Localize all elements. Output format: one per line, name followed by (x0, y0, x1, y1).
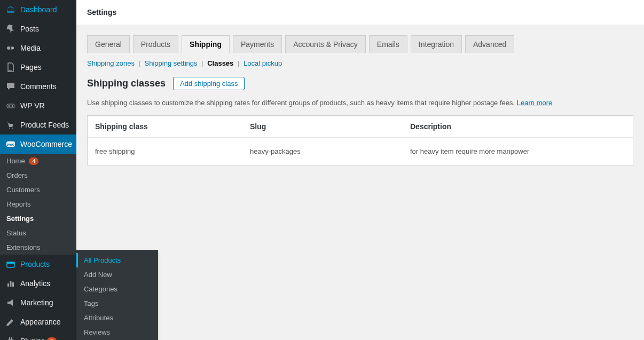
sidebar-label: Posts (20, 25, 39, 33)
tab-payments[interactable]: Payments (233, 35, 282, 53)
sidebar-item-product-feeds[interactable]: Product Feeds (0, 115, 76, 135)
home-badge: 4 (29, 157, 38, 165)
woo-icon: woo (5, 139, 16, 149)
sidebar-label: Appearance (20, 318, 61, 326)
appearance-icon (5, 317, 16, 327)
analytics-icon (5, 278, 16, 289)
header-description: Description (410, 122, 625, 131)
submenu-orders[interactable]: Orders (0, 168, 76, 183)
table-header: Shipping class Slug Description (88, 116, 633, 138)
tab-emails[interactable]: Emails (369, 35, 407, 53)
header-slug: Slug (250, 122, 410, 131)
sidebar-label: Pages (20, 63, 42, 72)
svg-point-5 (12, 128, 13, 129)
page-title: Settings (87, 8, 633, 17)
flyout-add-new[interactable]: Add New (76, 267, 158, 282)
vr-icon (5, 100, 16, 111)
products-icon (5, 259, 16, 270)
sidebar-item-media[interactable]: Media (0, 38, 76, 58)
svg-point-0 (7, 46, 10, 50)
flyout-attributes[interactable]: Attributes (76, 311, 158, 325)
section-header: Shipping classes Add shipping class (87, 77, 633, 90)
submenu-customers[interactable]: Customers (0, 183, 76, 197)
svg-point-3 (12, 105, 13, 107)
cell-description: for heavy item require more manpower (410, 147, 625, 155)
sidebar-label: Marketing (20, 298, 53, 307)
tab-accounts-privacy[interactable]: Accounts & Privacy (285, 35, 366, 53)
section-description: Use shipping classes to customize the sh… (87, 99, 633, 107)
svg-rect-11 (10, 281, 12, 287)
settings-tabs: General Products Shipping Payments Accou… (87, 35, 633, 53)
tab-shipping[interactable]: Shipping (182, 35, 230, 53)
sidebar-label: WP VR (20, 101, 45, 110)
section-title: Shipping classes (87, 78, 166, 89)
flyout-all-products[interactable]: All Products (76, 253, 158, 267)
header-shipping-class: Shipping class (95, 122, 250, 131)
main-content: Settings General Products Shipping Payme… (76, 0, 644, 340)
svg-rect-9 (7, 262, 14, 264)
add-shipping-class-button[interactable]: Add shipping class (173, 77, 245, 90)
cell-slug: heavy-packages (250, 147, 410, 155)
tab-integration[interactable]: Integration (411, 35, 462, 53)
shipping-subtabs: Shipping zones | Shipping settings | Cla… (87, 59, 633, 67)
flyout-categories[interactable]: Categories (76, 282, 158, 296)
pin-icon (5, 23, 16, 34)
sidebar-label: Comments (20, 82, 57, 91)
sidebar-label: Media (20, 44, 41, 52)
svg-point-2 (9, 105, 10, 107)
feed-icon (5, 120, 16, 130)
subtab-classes[interactable]: Classes (207, 59, 233, 67)
sidebar-item-pages[interactable]: Pages (0, 58, 76, 77)
sidebar-item-wpvr[interactable]: WP VR (0, 96, 76, 115)
subtab-shipping-zones[interactable]: Shipping zones (87, 59, 135, 67)
products-flyout: All Products Add New Categories Tags Att… (76, 250, 158, 340)
cell-shipping-class: free shipping (95, 147, 250, 155)
sidebar-item-comments[interactable]: Comments (0, 77, 76, 96)
sidebar-item-posts[interactable]: Posts (0, 19, 76, 38)
tab-general[interactable]: General (87, 35, 130, 53)
marketing-icon (5, 297, 16, 308)
active-indicator-icon (76, 140, 81, 148)
sidebar-item-woocommerce[interactable]: woo WooCommerce (0, 135, 76, 154)
submenu-settings[interactable]: Settings (0, 211, 76, 226)
sidebar-item-plugins[interactable]: Plugins 5 (0, 331, 76, 340)
svg-rect-12 (12, 282, 14, 287)
submenu-home[interactable]: Home 4 (0, 154, 76, 168)
sidebar-item-products[interactable]: Products (0, 255, 76, 274)
sidebar-label: Plugins (20, 337, 45, 340)
svg-point-4 (9, 128, 10, 129)
pages-icon (5, 62, 16, 73)
plugins-badge: 5 (47, 337, 57, 340)
plugins-icon (5, 336, 16, 340)
sidebar-label: Product Feeds (20, 121, 69, 129)
content-area: General Products Shipping Payments Accou… (76, 25, 644, 340)
dashboard-icon (5, 4, 16, 15)
tab-advanced[interactable]: Advanced (465, 35, 514, 53)
sidebar-item-analytics[interactable]: Analytics (0, 274, 76, 293)
subtab-local-pickup[interactable]: Local pickup (244, 59, 282, 67)
submenu-status[interactable]: Status (0, 226, 76, 240)
table-row[interactable]: free shipping heavy-packages for heavy i… (88, 138, 633, 165)
tab-products[interactable]: Products (133, 35, 178, 53)
woocommerce-submenu: Home 4 Orders Customers Reports Settings… (0, 154, 76, 255)
submenu-reports[interactable]: Reports (0, 197, 76, 211)
submenu-extensions[interactable]: Extensions (0, 240, 76, 255)
sidebar-item-appearance[interactable]: Appearance (0, 312, 76, 331)
page-header: Settings (76, 0, 644, 25)
sidebar-label: Analytics (20, 279, 50, 288)
flyout-reviews[interactable]: Reviews (76, 325, 158, 339)
subtab-shipping-settings[interactable]: Shipping settings (145, 59, 198, 67)
admin-sidebar: Dashboard Posts Media Pages Comments WP … (0, 0, 76, 340)
flyout-tags[interactable]: Tags (76, 296, 158, 311)
shipping-classes-table: Shipping class Slug Description free shi… (87, 115, 633, 165)
learn-more-link[interactable]: Learn more (517, 99, 552, 107)
sidebar-label: Dashboard (20, 5, 57, 14)
svg-rect-10 (7, 283, 9, 287)
comments-icon (5, 81, 16, 92)
svg-text:woo: woo (6, 143, 14, 146)
sidebar-item-marketing[interactable]: Marketing (0, 293, 76, 312)
media-icon (5, 43, 16, 53)
svg-rect-1 (7, 104, 14, 108)
sidebar-item-dashboard[interactable]: Dashboard (0, 0, 76, 19)
sidebar-label: WooCommerce (20, 140, 72, 148)
